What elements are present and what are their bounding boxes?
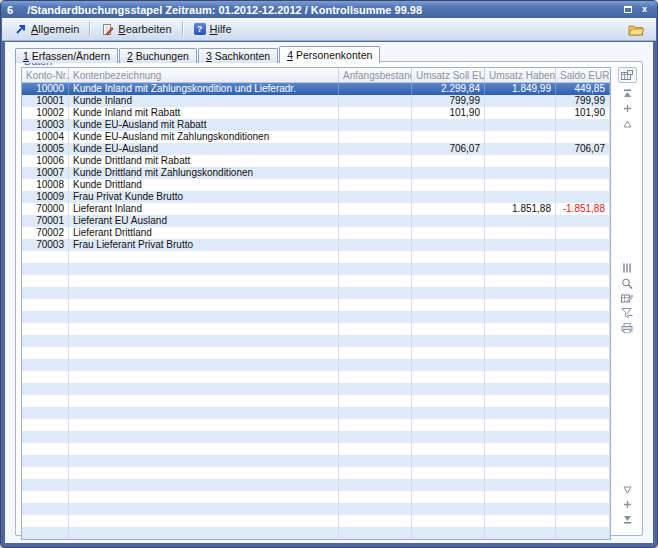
table-row[interactable]: 10004Kunde EU-Ausland mit Zahlungskondit… [22,131,610,143]
cell-kontenbezeichnung [69,491,339,503]
scroll-down-button[interactable] [619,483,635,496]
tab-sachkonten[interactable]: 3 Sachkonten [198,48,278,63]
cell-saldo: 449,85 [556,83,610,95]
table-row-empty[interactable] [22,359,610,371]
table-row-empty[interactable] [22,479,610,491]
table-row-empty[interactable] [22,383,610,395]
menu-hilfe[interactable]: ? Hilfe [188,21,238,37]
column-header-umsatz-haben[interactable]: Umsatz Haben EUR [485,68,556,82]
table-row-empty[interactable] [22,251,610,263]
cell-saldo [556,191,610,203]
column-header-kontenbezeichnung[interactable]: Kontenbezeichnung [69,68,339,82]
table-row-empty[interactable] [22,335,610,347]
scroll-up-marker[interactable] [619,102,635,115]
table-row-empty[interactable] [22,395,610,407]
table-row[interactable]: 10000Kunde Inland mit Zahlungskondition … [22,83,610,95]
menu-allgemein[interactable]: Allgemein [8,21,85,38]
cell-saldo [556,263,610,275]
table-row[interactable]: 70001Lieferant EU Ausland [22,215,610,227]
cell-anfangsbestand [339,275,412,287]
cell-umsatz-haben [485,143,556,155]
table-row-empty[interactable] [22,503,610,515]
open-folder-icon [628,23,644,36]
table-row-empty[interactable] [22,347,610,359]
table-row-empty[interactable] [22,323,610,335]
table-row[interactable]: 10002Kunde Inland mit Rabatt101,90101,90 [22,107,610,119]
cell-konto-nr: 10008 [22,179,69,191]
table-row[interactable]: 70000Lieferant Inland1.851,88-1.851,88 [22,203,610,215]
cell-umsatz-soll [412,299,485,311]
table-row[interactable]: 10006Kunde Drittland mit Rabatt [22,155,610,167]
table-row-empty[interactable] [22,431,610,443]
menu-bearbeiten[interactable]: Bearbeiten [95,21,177,38]
cell-konto-nr [22,395,69,407]
cell-konto-nr: 10000 [22,83,69,95]
table-row[interactable]: 10003Kunde EU-Ausland mit Rabatt [22,119,610,131]
print-button[interactable] [619,322,635,335]
titlebar[interactable]: 6 /Standardbuchungsstapel Zeitraum: 01.2… [1,1,657,18]
table-row-empty[interactable] [22,467,610,479]
table-row-empty[interactable] [22,443,610,455]
filter-button[interactable] [619,307,635,320]
search-button[interactable] [619,277,635,290]
cell-saldo [556,179,610,191]
cell-kontenbezeichnung: Lieferant EU Ausland [69,215,339,227]
table-row-empty[interactable] [22,455,610,467]
cell-konto-nr [22,299,69,311]
cell-saldo [556,299,610,311]
cell-saldo [556,131,610,143]
cell-kontenbezeichnung [69,431,339,443]
table-row-empty[interactable] [22,287,610,299]
cell-umsatz-soll [412,527,485,539]
cell-kontenbezeichnung [69,455,339,467]
open-folder-button[interactable] [622,21,650,38]
table-row-empty[interactable] [22,407,610,419]
table-row-empty[interactable] [22,419,610,431]
column-header-anfangsbestand[interactable]: Anfangsbestand EUR [339,68,412,82]
table-row-empty[interactable] [22,299,610,311]
table-row-empty[interactable] [22,515,610,527]
cell-anfangsbestand [339,179,412,191]
restore-button[interactable] [621,4,634,16]
table-row-empty[interactable] [22,275,610,287]
edit-grid-button[interactable] [619,292,635,305]
table-row-empty[interactable] [22,311,610,323]
table-row-empty[interactable] [22,527,610,539]
scroll-down-marker[interactable] [619,498,635,511]
table-row[interactable]: 70003Frau Lieferant Privat Brutto [22,239,610,251]
table-row-empty[interactable] [22,491,610,503]
scroll-last-row-button[interactable] [619,513,635,526]
table-row[interactable]: 10009Frau Privat Kunde Brutto [22,191,610,203]
table-row[interactable]: 70002Lieferant Drittland [22,227,610,239]
table-row-empty[interactable] [22,371,610,383]
column-header-saldo[interactable]: Saldo EUR [556,68,610,82]
scroll-up-button[interactable] [619,117,635,130]
column-header-konto-nr[interactable]: Konto-Nr. ▼ [22,68,69,82]
cell-kontenbezeichnung [69,359,339,371]
column-header-umsatz-soll[interactable]: Umsatz Soll EUR [412,68,485,82]
table-row-empty[interactable] [22,263,610,275]
close-button[interactable]: x [638,4,651,16]
cell-kontenbezeichnung [69,503,339,515]
cell-umsatz-haben [485,215,556,227]
cell-umsatz-soll [412,287,485,299]
resize-columns-button[interactable] [619,262,635,275]
table-row[interactable]: 10001Kunde Inland799,99799,99 [22,95,610,107]
column-chooser-button[interactable] [618,67,637,83]
cell-saldo: -1.851,88 [556,203,610,215]
table-row[interactable]: 10005Kunde EU-Ausland706,07706,07 [22,143,610,155]
cell-umsatz-soll [412,119,485,131]
cell-saldo [556,491,610,503]
cell-umsatz-haben [485,263,556,275]
table-row[interactable]: 10007Kunde Drittland mit Zahlungskonditi… [22,167,610,179]
cell-umsatz-soll [412,383,485,395]
scroll-first-row-button[interactable] [619,87,635,100]
cell-umsatz-haben [485,371,556,383]
tab-buchungen[interactable]: 2 Buchungen [119,48,197,63]
cell-konto-nr [22,419,69,431]
cell-umsatz-soll: 706,07 [412,143,485,155]
tab-personenkonten[interactable]: 4 Personenkonten [279,46,380,63]
cell-kontenbezeichnung: Kunde EU-Ausland [69,143,339,155]
table-row[interactable]: 10008Kunde Drittland [22,179,610,191]
tab-erfassen-aendern[interactable]: 1 Erfassen/Ändern [15,48,118,63]
